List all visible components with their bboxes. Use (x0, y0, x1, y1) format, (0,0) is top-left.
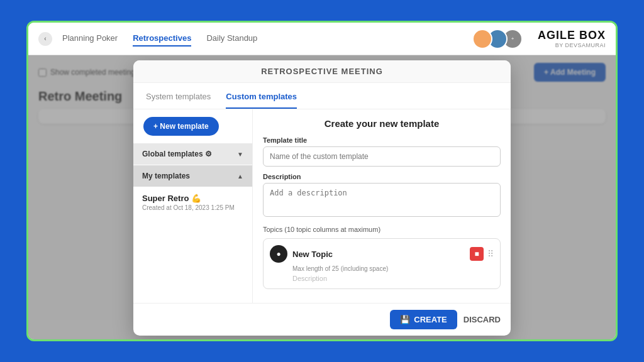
chevron-up-icon: ▲ (237, 173, 243, 180)
left-panel: + New template Global templates ⚙ ▼ My t… (133, 109, 253, 303)
global-templates-label: Global templates ⚙ (142, 150, 212, 158)
tab-planning-poker[interactable]: Planning Poker (62, 31, 118, 47)
tab-daily-standup[interactable]: Daily Standup (206, 31, 257, 47)
discard-button[interactable]: DISCARD (464, 315, 501, 324)
template-title-label: Template title (263, 136, 501, 144)
modal: RETROSPECTIVE MEETING System templates C… (133, 60, 511, 336)
template-item[interactable]: Super Retro 💪 Created at Oct 18, 2023 1:… (133, 187, 252, 217)
topic-title: New Topic (292, 250, 465, 259)
brand-subtitle: BY DEVSAMURAI (555, 42, 606, 48)
template-item-title: Super Retro 💪 (142, 194, 243, 203)
avatar-group: + (472, 29, 523, 49)
topic-icon: ● (270, 245, 287, 263)
modal-body: + New template Global templates ⚙ ▼ My t… (133, 109, 511, 303)
topic-actions: ■ ⠿ (470, 247, 494, 261)
save-icon: 💾 (400, 315, 410, 324)
modal-footer: 💾 CREATE DISCARD (133, 303, 511, 336)
tab-system-templates[interactable]: System templates (146, 92, 211, 109)
nav-tabs: Planning Poker Retrospectives Daily Stan… (62, 31, 472, 47)
my-templates-label: My templates (142, 172, 190, 180)
modal-header: RETROSPECTIVE MEETING (133, 60, 511, 83)
topic-description-placeholder: Description (270, 275, 494, 282)
my-templates-group[interactable]: My templates ▲ (133, 165, 252, 187)
nav-right: + AGILE BOX BY DEVSAMURAI (472, 29, 606, 49)
chevron-down-icon: ▼ (237, 151, 243, 158)
topic-header: ● New Topic ■ ⠿ (270, 245, 494, 263)
brand: AGILE BOX BY DEVSAMURAI (538, 29, 606, 48)
sidebar-toggle[interactable]: ‹ (38, 32, 52, 46)
modal-tabs: System templates Custom templates (133, 83, 511, 109)
nav-bar: ‹ Planning Poker Retrospectives Daily St… (28, 23, 616, 55)
avatar-1 (472, 29, 492, 49)
topic-delete-button[interactable]: ■ (470, 247, 484, 261)
modal-overlay: RETROSPECTIVE MEETING System templates C… (28, 55, 616, 339)
new-template-button[interactable]: + New template (143, 117, 219, 136)
description-label: Description (263, 173, 501, 180)
description-textarea[interactable] (263, 183, 501, 217)
main-content: Show completed meetings + Add Meeting Re… (28, 55, 616, 339)
topic-card: ● New Topic ■ ⠿ Max length of 25 (includ… (263, 238, 501, 289)
drag-handle-icon[interactable]: ⠿ (487, 249, 494, 259)
topics-label: Topics (10 topic columns at maximum) (263, 226, 501, 233)
right-panel-title: Create your new template (263, 118, 501, 129)
tab-custom-templates[interactable]: Custom templates (226, 92, 297, 109)
gear-icon: ⚙ (205, 150, 212, 158)
delete-icon: ■ (474, 250, 479, 258)
template-item-date: Created at Oct 18, 2023 1:25 PM (142, 204, 243, 211)
create-button[interactable]: 💾 CREATE (390, 310, 457, 329)
topic-sublabel: Max length of 25 (including space) (270, 265, 494, 272)
brand-title: AGILE BOX (538, 29, 606, 42)
tab-retrospectives[interactable]: Retrospectives (133, 31, 191, 47)
template-title-input[interactable] (263, 146, 501, 167)
right-panel: Create your new template Template title … (253, 109, 511, 303)
global-templates-group[interactable]: Global templates ⚙ ▼ (133, 143, 252, 165)
app-frame: ‹ Planning Poker Retrospectives Daily St… (26, 21, 618, 341)
